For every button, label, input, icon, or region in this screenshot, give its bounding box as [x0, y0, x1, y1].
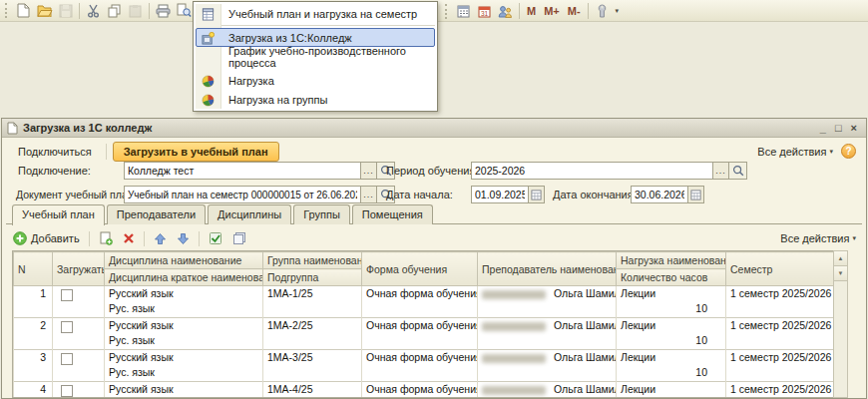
period-search-icon[interactable]: [729, 162, 747, 180]
table-row[interactable]: 3 Русский язык 1МА-3/25 Очная форма обуч…: [14, 350, 836, 366]
uncheck-all-button[interactable]: [229, 229, 249, 247]
cell-subgroup[interactable]: [263, 302, 362, 318]
move-down-button[interactable]: [174, 230, 193, 247]
cut-icon[interactable]: [83, 1, 104, 21]
cell-load[interactable]: [53, 318, 105, 350]
cell-discipline[interactable]: Русский язык: [105, 286, 263, 302]
cell-discipline-short[interactable]: Рус. язык: [105, 398, 263, 399]
toolbar-grip[interactable]: [445, 4, 450, 19]
cell-semester[interactable]: 1 семестр 2025/2026: [726, 382, 836, 399]
column-header-semester[interactable]: Семестр: [726, 252, 836, 286]
cell-discipline-short[interactable]: Рус. язык: [105, 302, 263, 318]
calculator-icon[interactable]: [453, 1, 474, 21]
column-header-group[interactable]: Группа наименование: [263, 252, 362, 269]
table-row[interactable]: 4 Русский язык 1МА-4/25 Очная форма обуч…: [14, 382, 836, 398]
document-plan-input[interactable]: [124, 186, 361, 203]
cell-hours[interactable]: 10: [617, 334, 726, 350]
cell-n[interactable]: 3: [14, 350, 53, 382]
check-all-button[interactable]: [206, 229, 225, 247]
date-end-input[interactable]: [631, 186, 688, 203]
cell-group[interactable]: 1МА-3/25: [263, 350, 362, 366]
column-header-form[interactable]: Форма обучения: [362, 252, 478, 286]
row-load-checkbox[interactable]: [61, 385, 73, 397]
cell-group[interactable]: 1МА-1/25: [263, 286, 362, 302]
date-start-input[interactable]: [471, 186, 529, 203]
cell-teacher[interactable]: Ольга Шамилевна: [478, 382, 617, 399]
cell-subgroup[interactable]: [263, 366, 362, 382]
cell-semester[interactable]: 1 семестр 2025/2026: [726, 318, 836, 350]
tab-teachers[interactable]: Преподаватели: [107, 204, 206, 224]
cell-n[interactable]: 2: [14, 318, 53, 350]
menu-item-production-schedule[interactable]: График учебно-производственного процесса: [196, 47, 435, 66]
menu-item-study-plan-semester[interactable]: Учебный план и нагрузка на семестр: [196, 4, 435, 23]
close-button[interactable]: ×: [851, 121, 857, 135]
period-picker-button[interactable]: ...: [713, 162, 729, 180]
dialog-titlebar[interactable]: Загрузка из 1С колледж _ □ ×: [2, 119, 866, 138]
cell-group[interactable]: 1МА-2/25: [263, 318, 362, 334]
service-settings-icon[interactable]: [592, 1, 613, 21]
cell-load[interactable]: [53, 350, 105, 382]
save-icon[interactable]: [55, 1, 76, 21]
cell-load[interactable]: [53, 286, 105, 318]
connection-input[interactable]: [124, 162, 361, 180]
cell-discipline[interactable]: Русский язык: [105, 318, 263, 334]
cell-hours[interactable]: 10: [617, 398, 726, 399]
new-document-icon[interactable]: [13, 1, 34, 21]
memory-button[interactable]: M: [523, 5, 540, 17]
table-vertical-scrollbar[interactable]: ▲ ▼: [833, 250, 848, 398]
calendar-icon[interactable]: 31: [474, 1, 495, 21]
print-icon[interactable]: [153, 1, 174, 21]
cell-load-name[interactable]: Лекции: [617, 382, 726, 398]
table-row[interactable]: 2 Русский язык 1МА-2/25 Очная форма обуч…: [14, 318, 836, 334]
move-up-button[interactable]: [151, 230, 170, 247]
connection-picker-button[interactable]: ...: [361, 162, 377, 180]
document-picker-button[interactable]: ...: [361, 186, 377, 203]
column-header-n[interactable]: N: [14, 252, 53, 286]
row-load-checkbox[interactable]: [61, 353, 73, 365]
menu-item-load[interactable]: Нагрузка: [196, 71, 435, 90]
load-to-plan-button[interactable]: Загрузить в учебный план: [113, 142, 279, 162]
cell-n[interactable]: 4: [14, 382, 53, 399]
cell-load-name[interactable]: Лекции: [617, 350, 726, 366]
maximize-button[interactable]: □: [835, 121, 842, 135]
cell-form[interactable]: Очная форма обучения: [362, 318, 478, 350]
memory-plus-button[interactable]: M+: [540, 5, 564, 17]
cell-teacher[interactable]: Ольга Шамилевна: [478, 286, 617, 318]
column-header-subgroup[interactable]: Подгруппа: [263, 269, 362, 286]
cell-n[interactable]: 1: [14, 286, 53, 318]
table-row[interactable]: 1 Русский язык 1МА-1/25 Очная форма обуч…: [14, 286, 836, 302]
tab-groups[interactable]: Группы: [293, 204, 350, 224]
period-input[interactable]: [471, 162, 713, 180]
cell-discipline-short[interactable]: Рус. язык: [105, 334, 263, 350]
cell-semester[interactable]: 1 семестр 2025/2026: [726, 286, 836, 318]
cell-hours[interactable]: 10: [617, 366, 726, 382]
cell-hours[interactable]: 10: [617, 302, 726, 318]
cell-form[interactable]: Очная форма обучения: [362, 286, 478, 318]
column-header-load[interactable]: Загружать: [53, 252, 105, 286]
cell-subgroup[interactable]: [263, 398, 362, 399]
users-icon[interactable]: [495, 1, 516, 21]
memory-minus-button[interactable]: M-: [564, 5, 585, 17]
toolbar-grip[interactable]: [5, 3, 10, 18]
scroll-up-button[interactable]: ▲: [834, 251, 847, 266]
cell-load-name[interactable]: Лекции: [617, 318, 726, 334]
column-header-discipline-short[interactable]: Дисциплина краткое наименование: [105, 269, 263, 286]
copy-row-button[interactable]: [96, 229, 116, 247]
help-button[interactable]: ?: [841, 144, 856, 159]
cell-semester[interactable]: 1 семестр 2025/2026: [726, 350, 836, 382]
tab-disciplines[interactable]: Дисциплины: [208, 204, 291, 224]
paste-icon[interactable]: [125, 1, 146, 21]
cell-form[interactable]: Очная форма обучения: [362, 382, 478, 399]
cell-discipline[interactable]: Русский язык: [105, 350, 263, 366]
copy-icon[interactable]: [104, 1, 125, 21]
column-header-load-name[interactable]: Нагрузка наименование: [617, 252, 726, 269]
delete-row-button[interactable]: [120, 230, 138, 246]
cell-discipline-short[interactable]: Рус. язык: [105, 366, 263, 382]
row-load-checkbox[interactable]: [61, 289, 73, 301]
connect-button[interactable]: Подключиться: [10, 143, 100, 161]
menu-item-load-groups[interactable]: Нагрузка на группы: [196, 90, 435, 109]
cell-group[interactable]: 1МА-4/25: [263, 382, 362, 398]
tab-study-plan[interactable]: Учебный план: [12, 204, 105, 225]
column-header-teacher[interactable]: Преподаватель наименование: [478, 252, 617, 286]
date-start-calendar-icon[interactable]: [529, 186, 545, 203]
